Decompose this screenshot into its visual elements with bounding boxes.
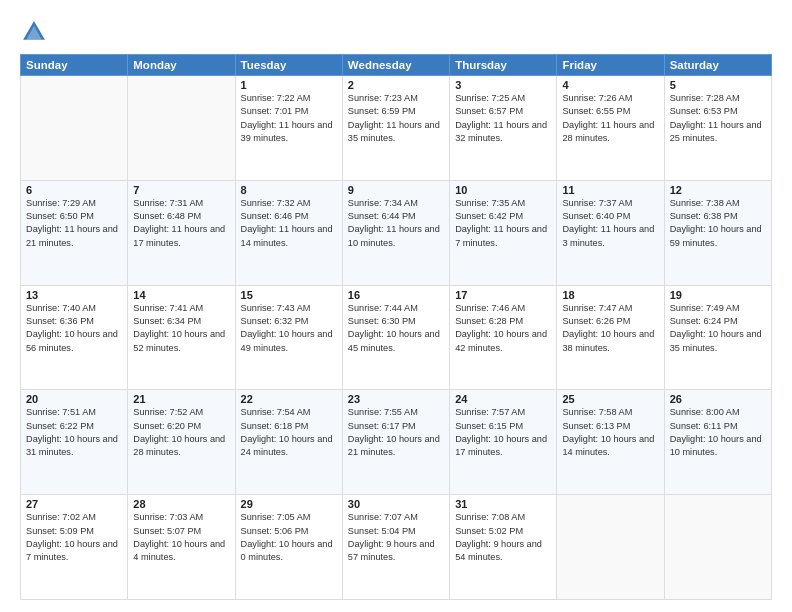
day-number: 28 <box>133 498 229 510</box>
day-info: Sunrise: 7:46 AM Sunset: 6:28 PM Dayligh… <box>455 302 551 355</box>
weekday-header: Wednesday <box>342 55 449 76</box>
calendar-cell: 16Sunrise: 7:44 AM Sunset: 6:30 PM Dayli… <box>342 285 449 390</box>
day-info: Sunrise: 7:52 AM Sunset: 6:20 PM Dayligh… <box>133 406 229 459</box>
day-number: 6 <box>26 184 122 196</box>
day-number: 24 <box>455 393 551 405</box>
page-header <box>20 18 772 46</box>
calendar-week-row: 13Sunrise: 7:40 AM Sunset: 6:36 PM Dayli… <box>21 285 772 390</box>
day-number: 22 <box>241 393 337 405</box>
weekday-header: Friday <box>557 55 664 76</box>
day-info: Sunrise: 7:37 AM Sunset: 6:40 PM Dayligh… <box>562 197 658 250</box>
calendar-cell: 3Sunrise: 7:25 AM Sunset: 6:57 PM Daylig… <box>450 76 557 181</box>
weekday-header: Tuesday <box>235 55 342 76</box>
day-number: 27 <box>26 498 122 510</box>
day-info: Sunrise: 7:43 AM Sunset: 6:32 PM Dayligh… <box>241 302 337 355</box>
calendar-cell: 1Sunrise: 7:22 AM Sunset: 7:01 PM Daylig… <box>235 76 342 181</box>
calendar-cell: 23Sunrise: 7:55 AM Sunset: 6:17 PM Dayli… <box>342 390 449 495</box>
day-number: 30 <box>348 498 444 510</box>
calendar-cell: 11Sunrise: 7:37 AM Sunset: 6:40 PM Dayli… <box>557 180 664 285</box>
day-info: Sunrise: 7:51 AM Sunset: 6:22 PM Dayligh… <box>26 406 122 459</box>
day-info: Sunrise: 7:58 AM Sunset: 6:13 PM Dayligh… <box>562 406 658 459</box>
day-number: 11 <box>562 184 658 196</box>
day-number: 1 <box>241 79 337 91</box>
day-number: 2 <box>348 79 444 91</box>
calendar-cell: 24Sunrise: 7:57 AM Sunset: 6:15 PM Dayli… <box>450 390 557 495</box>
calendar-cell: 20Sunrise: 7:51 AM Sunset: 6:22 PM Dayli… <box>21 390 128 495</box>
day-info: Sunrise: 7:55 AM Sunset: 6:17 PM Dayligh… <box>348 406 444 459</box>
day-number: 4 <box>562 79 658 91</box>
calendar-cell: 5Sunrise: 7:28 AM Sunset: 6:53 PM Daylig… <box>664 76 771 181</box>
calendar-cell: 26Sunrise: 8:00 AM Sunset: 6:11 PM Dayli… <box>664 390 771 495</box>
day-info: Sunrise: 7:07 AM Sunset: 5:04 PM Dayligh… <box>348 511 444 564</box>
calendar-cell: 21Sunrise: 7:52 AM Sunset: 6:20 PM Dayli… <box>128 390 235 495</box>
day-info: Sunrise: 7:08 AM Sunset: 5:02 PM Dayligh… <box>455 511 551 564</box>
day-number: 26 <box>670 393 766 405</box>
calendar-cell: 9Sunrise: 7:34 AM Sunset: 6:44 PM Daylig… <box>342 180 449 285</box>
calendar-cell: 29Sunrise: 7:05 AM Sunset: 5:06 PM Dayli… <box>235 495 342 600</box>
calendar-week-row: 6Sunrise: 7:29 AM Sunset: 6:50 PM Daylig… <box>21 180 772 285</box>
day-number: 14 <box>133 289 229 301</box>
calendar-header-row: SundayMondayTuesdayWednesdayThursdayFrid… <box>21 55 772 76</box>
day-info: Sunrise: 7:26 AM Sunset: 6:55 PM Dayligh… <box>562 92 658 145</box>
logo-icon <box>20 18 48 46</box>
day-info: Sunrise: 7:54 AM Sunset: 6:18 PM Dayligh… <box>241 406 337 459</box>
calendar-cell: 28Sunrise: 7:03 AM Sunset: 5:07 PM Dayli… <box>128 495 235 600</box>
day-info: Sunrise: 7:34 AM Sunset: 6:44 PM Dayligh… <box>348 197 444 250</box>
weekday-header: Thursday <box>450 55 557 76</box>
day-number: 8 <box>241 184 337 196</box>
day-number: 25 <box>562 393 658 405</box>
calendar-cell <box>664 495 771 600</box>
weekday-header: Sunday <box>21 55 128 76</box>
calendar-cell: 27Sunrise: 7:02 AM Sunset: 5:09 PM Dayli… <box>21 495 128 600</box>
weekday-header: Saturday <box>664 55 771 76</box>
day-info: Sunrise: 7:22 AM Sunset: 7:01 PM Dayligh… <box>241 92 337 145</box>
day-info: Sunrise: 7:57 AM Sunset: 6:15 PM Dayligh… <box>455 406 551 459</box>
calendar-cell: 18Sunrise: 7:47 AM Sunset: 6:26 PM Dayli… <box>557 285 664 390</box>
logo <box>20 18 52 46</box>
day-info: Sunrise: 7:31 AM Sunset: 6:48 PM Dayligh… <box>133 197 229 250</box>
day-number: 21 <box>133 393 229 405</box>
day-number: 10 <box>455 184 551 196</box>
calendar-cell: 8Sunrise: 7:32 AM Sunset: 6:46 PM Daylig… <box>235 180 342 285</box>
calendar-week-row: 27Sunrise: 7:02 AM Sunset: 5:09 PM Dayli… <box>21 495 772 600</box>
day-number: 3 <box>455 79 551 91</box>
calendar-cell: 15Sunrise: 7:43 AM Sunset: 6:32 PM Dayli… <box>235 285 342 390</box>
day-info: Sunrise: 7:40 AM Sunset: 6:36 PM Dayligh… <box>26 302 122 355</box>
day-number: 29 <box>241 498 337 510</box>
day-info: Sunrise: 7:38 AM Sunset: 6:38 PM Dayligh… <box>670 197 766 250</box>
day-number: 12 <box>670 184 766 196</box>
day-number: 5 <box>670 79 766 91</box>
calendar-cell: 25Sunrise: 7:58 AM Sunset: 6:13 PM Dayli… <box>557 390 664 495</box>
day-info: Sunrise: 7:23 AM Sunset: 6:59 PM Dayligh… <box>348 92 444 145</box>
day-number: 7 <box>133 184 229 196</box>
day-info: Sunrise: 7:47 AM Sunset: 6:26 PM Dayligh… <box>562 302 658 355</box>
day-number: 17 <box>455 289 551 301</box>
calendar-cell <box>128 76 235 181</box>
day-number: 15 <box>241 289 337 301</box>
calendar-cell: 30Sunrise: 7:07 AM Sunset: 5:04 PM Dayli… <box>342 495 449 600</box>
calendar-cell: 7Sunrise: 7:31 AM Sunset: 6:48 PM Daylig… <box>128 180 235 285</box>
day-info: Sunrise: 7:32 AM Sunset: 6:46 PM Dayligh… <box>241 197 337 250</box>
calendar-cell: 2Sunrise: 7:23 AM Sunset: 6:59 PM Daylig… <box>342 76 449 181</box>
calendar-table: SundayMondayTuesdayWednesdayThursdayFrid… <box>20 54 772 600</box>
calendar-cell: 4Sunrise: 7:26 AM Sunset: 6:55 PM Daylig… <box>557 76 664 181</box>
calendar-cell: 19Sunrise: 7:49 AM Sunset: 6:24 PM Dayli… <box>664 285 771 390</box>
day-info: Sunrise: 7:02 AM Sunset: 5:09 PM Dayligh… <box>26 511 122 564</box>
calendar-cell: 6Sunrise: 7:29 AM Sunset: 6:50 PM Daylig… <box>21 180 128 285</box>
calendar-cell: 14Sunrise: 7:41 AM Sunset: 6:34 PM Dayli… <box>128 285 235 390</box>
calendar-cell: 22Sunrise: 7:54 AM Sunset: 6:18 PM Dayli… <box>235 390 342 495</box>
day-info: Sunrise: 7:35 AM Sunset: 6:42 PM Dayligh… <box>455 197 551 250</box>
calendar-week-row: 1Sunrise: 7:22 AM Sunset: 7:01 PM Daylig… <box>21 76 772 181</box>
calendar-week-row: 20Sunrise: 7:51 AM Sunset: 6:22 PM Dayli… <box>21 390 772 495</box>
day-number: 9 <box>348 184 444 196</box>
calendar-cell: 31Sunrise: 7:08 AM Sunset: 5:02 PM Dayli… <box>450 495 557 600</box>
calendar-cell: 13Sunrise: 7:40 AM Sunset: 6:36 PM Dayli… <box>21 285 128 390</box>
day-number: 13 <box>26 289 122 301</box>
day-info: Sunrise: 7:05 AM Sunset: 5:06 PM Dayligh… <box>241 511 337 564</box>
day-number: 20 <box>26 393 122 405</box>
day-number: 16 <box>348 289 444 301</box>
calendar-cell <box>557 495 664 600</box>
weekday-header: Monday <box>128 55 235 76</box>
day-number: 19 <box>670 289 766 301</box>
day-info: Sunrise: 8:00 AM Sunset: 6:11 PM Dayligh… <box>670 406 766 459</box>
